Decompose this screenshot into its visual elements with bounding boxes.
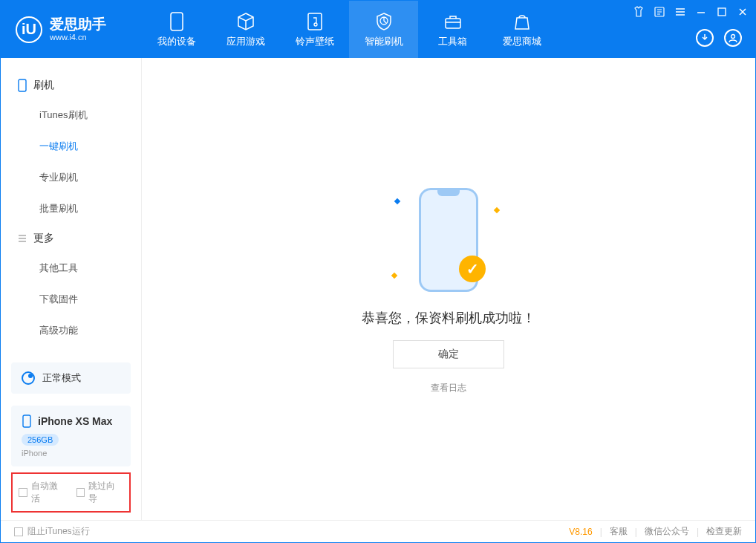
sidebar-item-other-tools[interactable]: 其他工具 [1, 253, 141, 284]
tab-my-device[interactable]: 我的设备 [142, 1, 211, 58]
checkbox-icon [76, 488, 85, 497]
success-text: 恭喜您，保资料刷机成功啦！ [362, 309, 535, 327]
svg-rect-6 [19, 79, 26, 91]
checkbox-block-itunes[interactable]: 阻止iTunes运行 [14, 525, 90, 538]
music-icon [304, 11, 325, 32]
group-label: 刷机 [33, 79, 54, 92]
logo-area: iU 爱思助手 www.i4.cn [1, 1, 142, 58]
sidebar-group-more: 更多 [1, 224, 141, 253]
tab-label: 智能刷机 [365, 35, 403, 48]
spacer [1, 346, 141, 357]
sidebar-item-onekey-flash[interactable]: 一键刷机 [1, 131, 141, 162]
header: iU 爱思助手 www.i4.cn 我的设备 应用游戏 铃声壁纸 智能刷机 [1, 1, 755, 58]
checkbox-icon [19, 488, 27, 497]
device-name-row: iPhone XS Max [22, 414, 120, 428]
mode-icon [22, 371, 35, 385]
app-url: www.i4.cn [50, 33, 106, 42]
sidebar-item-batch-flash[interactable]: 批量刷机 [1, 193, 141, 224]
svg-rect-2 [446, 19, 460, 28]
footer-link-check-update[interactable]: 检查更新 [706, 525, 742, 538]
sidebar-item-pro-flash[interactable]: 专业刷机 [1, 162, 141, 193]
shirt-icon[interactable] [632, 5, 645, 19]
footer: 阻止iTunes运行 V8.16 | 客服 | 微信公众号 | 检查更新 [1, 520, 755, 542]
checkbox-label: 跳过向导 [88, 480, 123, 505]
tab-label: 应用游戏 [227, 35, 265, 48]
device-storage-badge: 256GB [22, 434, 59, 446]
checkbox-skip-wizard[interactable]: 跳过向导 [76, 480, 124, 505]
download-icon[interactable] [696, 29, 714, 47]
app-window: iU 爱思助手 www.i4.cn 我的设备 应用游戏 铃声壁纸 智能刷机 [0, 0, 756, 543]
sparkle-icon [494, 207, 500, 212]
cube-icon [235, 11, 256, 32]
tab-smart-flash[interactable]: 智能刷机 [349, 1, 418, 58]
mode-label: 正常模式 [42, 371, 81, 385]
logo-text: 爱思助手 www.i4.cn [50, 17, 106, 42]
maximize-button[interactable] [715, 5, 729, 19]
device-phone-icon [22, 414, 32, 428]
logo-icon: iU [16, 16, 42, 43]
version-label: V8.16 [569, 527, 592, 537]
list-icon [17, 233, 27, 244]
tab-ringtone-wallpaper[interactable]: 铃声壁纸 [280, 1, 349, 58]
separator: | [600, 527, 602, 537]
footer-link-service[interactable]: 客服 [610, 525, 628, 538]
tab-store[interactable]: 爱思商城 [487, 1, 556, 58]
body: 刷机 iTunes刷机 一键刷机 专业刷机 批量刷机 更多 其他工具 下载固件 … [1, 58, 755, 520]
svg-rect-4 [718, 8, 726, 16]
view-log-link[interactable]: 查看日志 [431, 382, 466, 394]
device-type: iPhone [22, 449, 120, 458]
feedback-icon[interactable] [653, 5, 666, 19]
toolbox-icon [443, 11, 463, 32]
sidebar-group-flash: 刷机 [1, 71, 141, 100]
app-title: 爱思助手 [50, 17, 106, 33]
separator: | [697, 527, 699, 537]
group-label: 更多 [33, 232, 54, 245]
user-icon[interactable] [724, 29, 742, 47]
tab-label: 工具箱 [438, 35, 467, 48]
sidebar-item-download-firmware[interactable]: 下载固件 [1, 284, 141, 315]
footer-link-wechat[interactable]: 微信公众号 [645, 525, 689, 538]
sparkle-icon [394, 198, 400, 204]
confirm-button[interactable]: 确定 [393, 340, 504, 368]
device-icon [166, 11, 187, 32]
sidebar: 刷机 iTunes刷机 一键刷机 专业刷机 批量刷机 更多 其他工具 下载固件 … [1, 58, 142, 520]
phone-notch [437, 190, 460, 196]
success-illustration: ✓ [382, 184, 515, 296]
checkbox-auto-activate[interactable]: 自动激活 [19, 480, 66, 505]
shield-icon [374, 11, 394, 32]
device-card[interactable]: iPhone XS Max 256GB iPhone [11, 406, 131, 466]
checkbox-label: 自动激活 [31, 480, 66, 505]
separator: | [635, 527, 637, 537]
checkbox-label: 阻止iTunes运行 [27, 525, 90, 538]
header-right-icons [696, 29, 742, 47]
check-badge-icon: ✓ [459, 256, 486, 282]
svg-rect-1 [308, 13, 322, 30]
mode-card[interactable]: 正常模式 [11, 362, 131, 394]
phone-outline-icon [17, 79, 27, 92]
bag-icon [512, 11, 532, 32]
tab-label: 铃声壁纸 [296, 35, 334, 48]
checkbox-icon [14, 527, 23, 536]
sparkle-icon [391, 272, 397, 278]
sidebar-item-itunes-flash[interactable]: iTunes刷机 [1, 100, 141, 131]
main-content: ✓ 恭喜您，保资料刷机成功啦！ 确定 查看日志 [142, 58, 755, 520]
window-controls [632, 5, 749, 19]
minimize-button[interactable] [694, 5, 708, 19]
menu-icon[interactable] [674, 5, 687, 19]
tab-toolbox[interactable]: 工具箱 [418, 1, 487, 58]
close-button[interactable] [736, 5, 749, 19]
bottom-options-highlight: 自动激活 跳过向导 [11, 472, 131, 513]
sidebar-item-advanced[interactable]: 高级功能 [1, 315, 141, 346]
tab-label: 爱思商城 [503, 35, 541, 48]
svg-rect-0 [171, 13, 183, 30]
tab-app-games[interactable]: 应用游戏 [211, 1, 280, 58]
svg-point-5 [731, 35, 735, 39]
device-name: iPhone XS Max [38, 415, 112, 427]
tab-label: 我的设备 [157, 35, 196, 48]
footer-right: V8.16 | 客服 | 微信公众号 | 检查更新 [569, 525, 742, 538]
svg-rect-7 [23, 415, 30, 427]
